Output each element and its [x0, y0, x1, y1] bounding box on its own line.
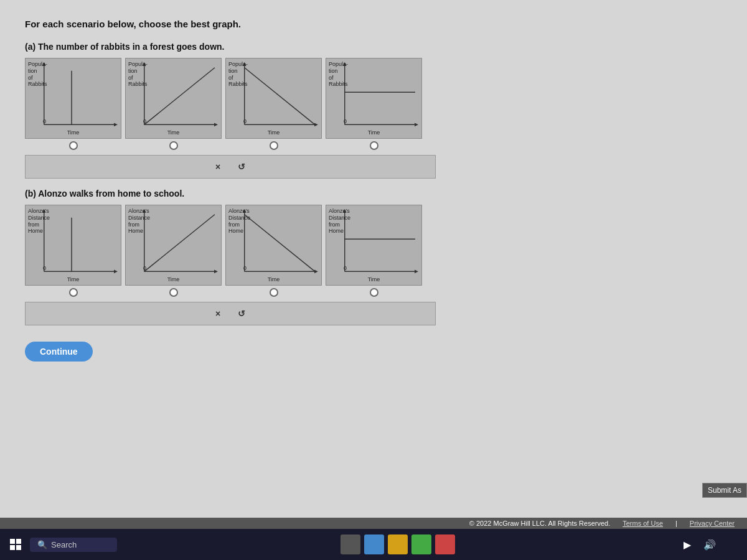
- graph-a2-xlabel: Time: [167, 129, 180, 136]
- graph-b4[interactable]: Alonzo'sDistancefromHome Time 0: [326, 205, 422, 286]
- graph-b2[interactable]: Alonzo'sDistancefromHome Time 0: [125, 205, 222, 286]
- terms-link[interactable]: Terms of Use: [622, 520, 663, 527]
- graph-a1-ylabel: Popula-tionofRabbits: [28, 61, 47, 88]
- taskbar-center: [341, 534, 455, 554]
- radio-a3[interactable]: [270, 141, 278, 150]
- scenario-a-graphs: Popula-tionofRabbits Time 0: [25, 58, 722, 150]
- continue-button[interactable]: Continue: [25, 342, 93, 362]
- svg-line-29: [144, 215, 215, 272]
- system-tray-icon2[interactable]: 🔊: [701, 536, 718, 553]
- taskbar-right: ▶ 🔊: [679, 536, 741, 553]
- svg-marker-38: [415, 269, 418, 273]
- system-tray-clock[interactable]: [723, 536, 741, 553]
- radio-a4[interactable]: [370, 141, 378, 150]
- graph-a1-xlabel: Time: [67, 129, 80, 136]
- svg-marker-8: [214, 123, 218, 126]
- radio-b4[interactable]: [370, 288, 378, 297]
- graph-a3-ylabel: Popula-tionofRabbits: [228, 61, 248, 88]
- graph-b4-xlabel: Time: [368, 276, 380, 282]
- graph-b2-origin: 0: [143, 265, 146, 271]
- graph-a2[interactable]: Popula-tionofRabbits Time 0: [125, 58, 222, 139]
- graph-a1[interactable]: Popula-tionofRabbits Time 0: [25, 58, 121, 139]
- windows-icon: [10, 539, 21, 550]
- graph-b3-xlabel: Time: [268, 276, 280, 282]
- answer-a-undo-btn[interactable]: ↺: [234, 161, 249, 173]
- copyright-text: © 2022 McGraw Hill LLC. All Rights Reser…: [469, 520, 610, 527]
- taskbar-folder-icon[interactable]: [388, 534, 408, 554]
- answer-box-b: × ↺: [25, 302, 436, 325]
- answer-b-undo-btn[interactable]: ↺: [234, 307, 249, 320]
- graph-b4-ylabel: Alonzo'sDistancefromHome: [329, 208, 350, 235]
- taskbar: 🔍 Search ▶ 🔊: [0, 529, 747, 560]
- graph-b2-container: Alonzo'sDistancefromHome Time 0: [125, 205, 222, 297]
- graph-b1-ylabel: Alonzo'sDistancefromHome: [28, 208, 50, 235]
- svg-line-34: [245, 215, 315, 272]
- radio-b3[interactable]: [270, 288, 278, 297]
- taskbar-left: 🔍 Search: [6, 535, 117, 554]
- radio-a2[interactable]: [169, 141, 178, 150]
- graph-b3[interactable]: Alonzo'sDistancefromHome Time 0: [225, 205, 322, 286]
- graph-a3-container: Popula-tionofRabbits Time 0: [225, 58, 322, 150]
- graph-b2-xlabel: Time: [167, 276, 180, 282]
- graph-b3-container: Alonzo'sDistancefromHome Time 0: [225, 205, 322, 297]
- svg-line-9: [144, 68, 215, 125]
- graph-a2-ylabel: Popula-tionofRabbits: [128, 61, 148, 88]
- graph-a2-origin: 0: [143, 118, 146, 124]
- graph-a3-xlabel: Time: [268, 129, 280, 136]
- radio-b1[interactable]: [69, 288, 78, 297]
- graph-a4-ylabel: Popula-tionofRabbits: [329, 61, 348, 88]
- system-tray-icon1[interactable]: ▶: [679, 536, 696, 553]
- answer-a-x-btn[interactable]: ×: [212, 161, 224, 173]
- graph-b2-ylabel: Alonzo'sDistancefromHome: [128, 208, 150, 235]
- search-bar[interactable]: 🔍 Search: [30, 538, 117, 552]
- graph-b1-origin: 0: [43, 265, 46, 271]
- answer-box-a: × ↺: [25, 155, 436, 179]
- radio-a1[interactable]: [69, 141, 78, 150]
- svg-marker-28: [214, 269, 218, 273]
- graph-a3-origin: 0: [243, 118, 247, 124]
- search-icon: 🔍: [37, 540, 47, 549]
- privacy-link[interactable]: Privacy Center: [690, 520, 735, 527]
- graph-a4-origin: 0: [344, 118, 347, 124]
- graph-b1-container: Alonzo'sDistancefromHome Time 0: [25, 205, 121, 297]
- footer-separator: |: [675, 520, 677, 527]
- svg-line-14: [245, 68, 315, 125]
- submit-as-btn[interactable]: Submit As: [702, 483, 747, 498]
- taskbar-file-icon[interactable]: [341, 534, 360, 554]
- graph-a4[interactable]: Popula-tionofRabbits Time 0: [326, 58, 422, 139]
- graph-a2-container: Popula-tionofRabbits Time 0: [125, 58, 222, 150]
- scenario-b-graphs: Alonzo'sDistancefromHome Time 0 Al: [25, 205, 722, 297]
- scenario-a-label: (a) The number of rabbits in a forest go…: [25, 42, 722, 52]
- radio-b2[interactable]: [169, 288, 178, 297]
- bottom-section: © 2022 McGraw Hill LLC. All Rights Reser…: [0, 518, 747, 529]
- scenario-b-label: (b) Alonzo walks from home to school.: [25, 189, 722, 198]
- graph-a4-container: Popula-tionofRabbits Time 0: [326, 58, 422, 150]
- graph-b4-container: Alonzo'sDistancefromHome Time 0: [326, 205, 422, 297]
- page-instruction: For each scenario below, choose the best…: [25, 19, 722, 29]
- graph-b3-ylabel: Alonzo'sDistancefromHome: [228, 208, 250, 235]
- graph-a4-xlabel: Time: [368, 129, 380, 136]
- main-content: For each scenario below, choose the best…: [0, 0, 747, 518]
- graph-a3[interactable]: Popula-tionofRabbits Time 0: [225, 58, 322, 139]
- graph-b1-xlabel: Time: [67, 276, 80, 282]
- graph-a1-container: Popula-tionofRabbits Time 0: [25, 58, 121, 150]
- search-label: Search: [51, 540, 77, 549]
- svg-marker-23: [114, 269, 118, 273]
- windows-start-button[interactable]: [6, 535, 25, 554]
- taskbar-app2-icon[interactable]: [435, 534, 455, 554]
- scenario-b: (b) Alonzo walks from home to school. Al…: [25, 189, 722, 325]
- graph-a1-origin: 0: [43, 118, 46, 124]
- taskbar-browser-icon[interactable]: [364, 534, 384, 554]
- answer-b-x-btn[interactable]: ×: [212, 307, 224, 320]
- graph-b4-origin: 0: [344, 265, 347, 271]
- svg-marker-3: [114, 123, 118, 126]
- svg-marker-18: [415, 123, 418, 126]
- graph-b1[interactable]: Alonzo'sDistancefromHome Time 0: [25, 205, 121, 286]
- graph-b3-origin: 0: [243, 265, 247, 271]
- taskbar-app1-icon[interactable]: [411, 534, 431, 554]
- footer-bar: © 2022 McGraw Hill LLC. All Rights Reser…: [0, 518, 747, 529]
- scenario-a: (a) The number of rabbits in a forest go…: [25, 42, 722, 179]
